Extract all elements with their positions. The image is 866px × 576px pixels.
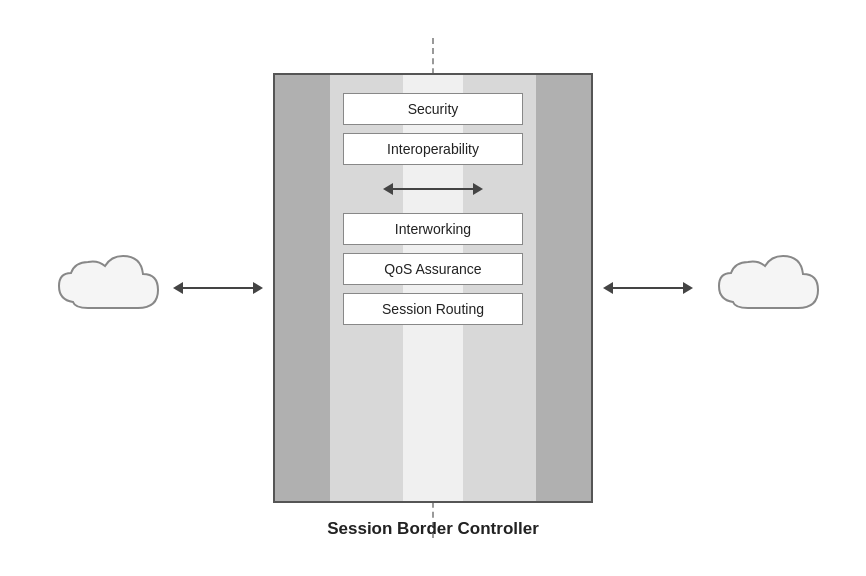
sbc-left-column: [275, 75, 330, 501]
network-b-cloud: Network B: [693, 238, 833, 338]
left-connector: [173, 282, 263, 294]
network-a-cloud: Network A: [33, 238, 173, 338]
sbc-center-area: Security Interoperability Interwork: [330, 75, 536, 501]
sbc-inner: Security Interoperability Interwork: [275, 75, 591, 501]
arrowhead-right-connector-right: [683, 282, 693, 294]
arrowhead-left-connector-right: [603, 282, 613, 294]
diagram-container: Network A Network B: [23, 18, 843, 558]
cloud-b-shape: [693, 238, 833, 338]
internal-arrowhead-right: [473, 183, 483, 195]
function-box-security: Security: [343, 93, 523, 125]
session-routing-label: Session Routing: [382, 301, 484, 317]
internal-arrow-line: [393, 188, 473, 190]
sbc-title: Session Border Controller: [327, 519, 539, 539]
internal-arrow-row: [340, 173, 526, 205]
internal-arrowhead-left: [383, 183, 393, 195]
function-box-qos: QoS Assurance: [343, 253, 523, 285]
right-connector: [603, 282, 693, 294]
interworking-label: Interworking: [395, 221, 471, 237]
sbc-box: Security Interoperability Interwork: [273, 73, 593, 503]
arrowhead-left-connector-left: [173, 282, 183, 294]
arrow-line-left: [183, 287, 253, 289]
qos-label: QoS Assurance: [384, 261, 481, 277]
interoperability-label: Interoperability: [387, 141, 479, 157]
security-label: Security: [408, 101, 459, 117]
arrowhead-right-connector-left: [253, 282, 263, 294]
function-box-interworking: Interworking: [343, 213, 523, 245]
function-box-session-routing: Session Routing: [343, 293, 523, 325]
internal-arrows: [383, 183, 483, 195]
cloud-a-shape: [33, 238, 173, 338]
sbc-right-column: [536, 75, 591, 501]
function-box-interoperability: Interoperability: [343, 133, 523, 165]
arrow-line-right: [613, 287, 683, 289]
